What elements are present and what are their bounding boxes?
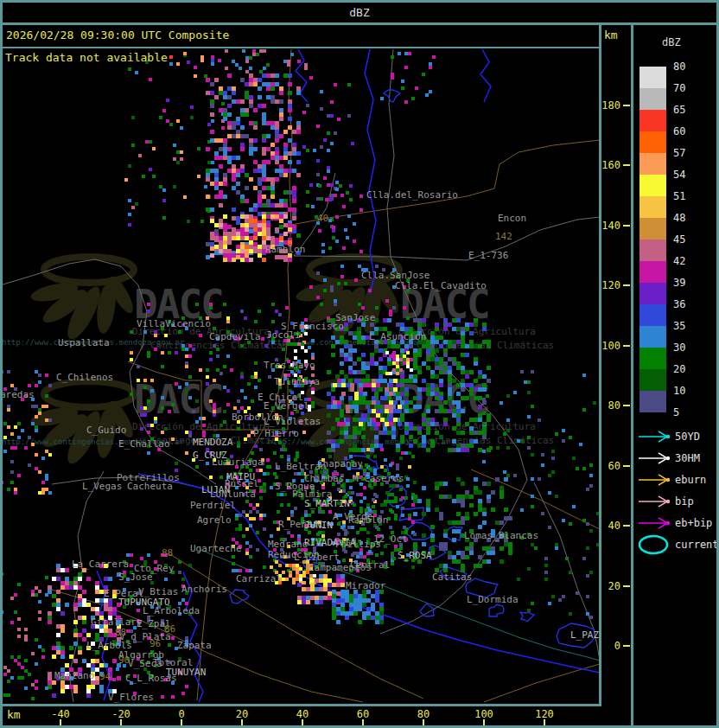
place-label: S_ROSA (398, 550, 432, 561)
place-label: L_Arboleda (143, 605, 200, 616)
place-label: Encon (498, 213, 526, 224)
place-label: L_Vegas (82, 481, 122, 492)
place-label: E_Vergel (264, 400, 309, 412)
road-number-label: 40 (317, 213, 328, 224)
place-label: S_MARTIN (304, 498, 350, 509)
place-label: E_Challao (118, 438, 170, 450)
map-canvas: DACCDirección de Agriculturay Contingenc… (0, 0, 719, 728)
place-label: aredas (0, 389, 35, 400)
radar-app-window: dBZ 2026/02/28 09:30:00 UTC Composite km… (0, 0, 719, 728)
road-number-label: 88 (162, 547, 173, 559)
place-label: C_Chilenos (56, 372, 113, 383)
place-label: JUNIN (304, 520, 333, 531)
place-label: Chapanay (317, 458, 363, 469)
place-label: SanJose (335, 312, 375, 323)
place-label: Manzano (54, 670, 94, 681)
map-layers: DACCDirección de Agriculturay Contingenc… (0, 49, 603, 703)
place-label: Mirador (346, 580, 386, 591)
place-label: Luzuriaga (212, 457, 264, 468)
radar-echo-cluster (225, 49, 308, 73)
track-status: Track data not available (5, 51, 168, 64)
river-line (480, 49, 491, 102)
place-label: Clla.del_Rosario (366, 189, 458, 201)
boundary-line (294, 217, 600, 260)
municipal-outline (520, 612, 534, 622)
place-label: E_1-736 (468, 250, 508, 261)
place-label: S_Francisco (281, 321, 344, 332)
road-number-label: 94 (99, 671, 111, 682)
radar-echo-cluster (169, 52, 221, 69)
road-number-label: 90 (118, 655, 130, 666)
place-label: Central (350, 559, 390, 571)
place-label: Chimbas (304, 473, 344, 484)
place-label: C_Guido (86, 425, 126, 436)
place-label: Zapata (177, 640, 212, 651)
place-label: Lomas_Blancas (464, 530, 538, 541)
radar-echo-cluster (0, 572, 48, 700)
road-number-label: 86 (164, 623, 175, 635)
place-label: L_Asuncion (369, 331, 426, 342)
watermark-leaf-icon (29, 257, 137, 343)
place-label: Catitas (432, 572, 472, 583)
place-label: Carrizal (236, 573, 282, 584)
place-label: P_Hierro (253, 428, 299, 439)
place-label: Ramblon (348, 514, 388, 526)
place-label: Perdriel (190, 500, 236, 511)
municipal-outline (489, 604, 504, 616)
municipal-outline (384, 90, 400, 102)
place-label: Uspallata (58, 337, 110, 348)
municipal-outline (230, 590, 249, 603)
place-label: Phillips (335, 539, 381, 550)
municipal-outline (406, 522, 432, 540)
place-label: MENDOZA (193, 437, 233, 448)
place-label: L_Dormida (467, 594, 519, 605)
place-label: Tres_Mayo (264, 360, 315, 371)
place-label: V_Flores (108, 692, 154, 703)
place-label: S_Jose (118, 572, 153, 583)
road-number-label: 88 (115, 627, 126, 638)
place-label: Anchoris (181, 584, 227, 595)
place-label: LUNlunta (210, 489, 256, 500)
place-label: Cacheuta (127, 481, 173, 492)
place-label: C_L_Rosas (125, 673, 177, 684)
place-label: Agrelo (197, 514, 232, 526)
place-label: Ugarteche (190, 543, 242, 554)
radar-echo-cluster (517, 484, 603, 619)
radar-echo-cluster (302, 76, 354, 232)
place-label: Clla.El_Cavadito (395, 280, 487, 291)
place-label: Ramblon (265, 244, 305, 255)
place-label: Capdevila (209, 331, 261, 342)
place-label: VillaVicencio (137, 318, 211, 329)
place-label: Tulumaya (274, 376, 320, 387)
place-label: M_Caseros (353, 473, 404, 484)
boundary-line (387, 49, 394, 257)
road-number-label: 96 (150, 638, 161, 649)
place-label: La_Carrera (72, 559, 129, 570)
place-label: L_Violetas (264, 416, 321, 427)
place-label: L_PAZ (570, 629, 599, 641)
road-number-label: 142 (495, 231, 512, 242)
